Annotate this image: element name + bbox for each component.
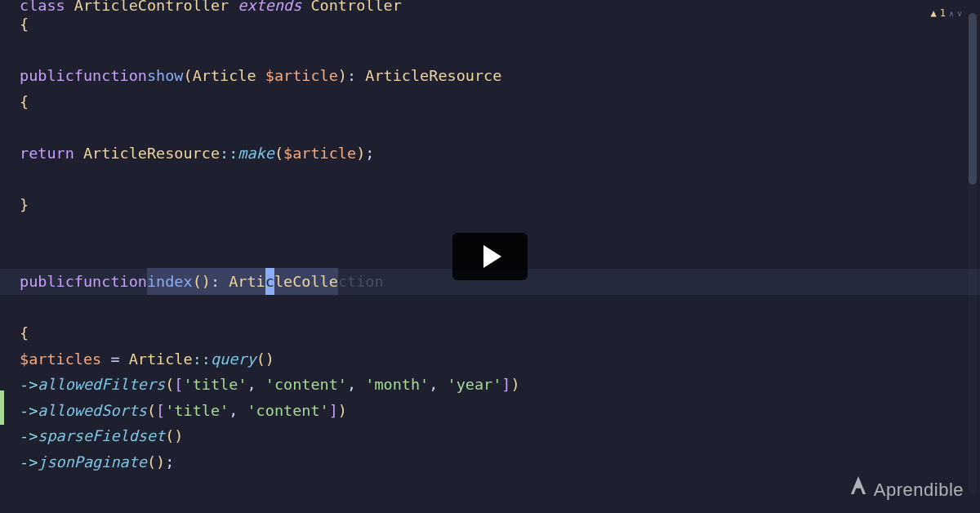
- string: 'title': [184, 372, 247, 397]
- scrollbar-thumb[interactable]: [969, 13, 977, 185]
- paren: ): [338, 398, 347, 423]
- paren: (: [147, 449, 156, 475]
- keyword-public: public: [20, 63, 74, 88]
- function-name-index: index: [147, 268, 193, 295]
- code-line-empty[interactable]: [20, 166, 980, 192]
- comma: ,: [229, 398, 247, 423]
- code-line[interactable]: {: [20, 89, 980, 115]
- string: 'title': [165, 398, 229, 423]
- bracket: [: [156, 398, 165, 423]
- code-line[interactable]: {: [20, 11, 980, 38]
- paren: ): [174, 423, 183, 448]
- brand-text: Aprendible: [874, 475, 964, 505]
- brace-close: }: [20, 192, 29, 217]
- code-line-empty[interactable]: [20, 114, 980, 141]
- semicolon: ;: [365, 141, 374, 166]
- paren: (: [274, 141, 283, 166]
- autocomplete-suggestion: ction: [338, 269, 384, 294]
- return-type-partial: leColle: [274, 268, 338, 295]
- param-var: $article: [265, 63, 338, 88]
- string: 'content': [247, 398, 328, 423]
- code-line[interactable]: ->allowedSorts(['title', 'content']): [20, 398, 980, 424]
- assign-op: =: [101, 346, 128, 372]
- vcs-change-marker: [0, 390, 4, 425]
- play-icon: [483, 245, 501, 268]
- code-line[interactable]: ->sparseFieldset(): [20, 423, 980, 449]
- paren: ): [338, 63, 347, 88]
- keyword-function: function: [74, 269, 147, 294]
- code-line[interactable]: public function show(Article $article): …: [20, 63, 980, 89]
- paren: (: [165, 423, 174, 448]
- parent-class: Controller: [310, 0, 401, 11]
- string: 'month': [365, 372, 429, 397]
- method-make: make: [238, 141, 274, 166]
- class-ref: ArticleResource: [83, 141, 220, 166]
- code-line[interactable]: ->allowedFilters(['title', 'content', 'm…: [20, 372, 980, 398]
- method-allowedsorts: allowedSorts: [38, 398, 147, 423]
- code-line-empty[interactable]: [20, 295, 980, 321]
- paren: ): [265, 346, 274, 372]
- warning-count: 1: [940, 5, 946, 21]
- nav-down-icon[interactable]: ∨: [957, 7, 962, 20]
- semicolon: ;: [165, 449, 174, 475]
- keyword-public: public: [20, 269, 74, 294]
- brand-icon: [849, 475, 867, 505]
- brace-open: {: [20, 320, 29, 346]
- brace-open: {: [20, 89, 29, 114]
- function-name-show: show: [147, 63, 184, 88]
- arrow-op: ->: [20, 449, 38, 475]
- comma: ,: [347, 372, 365, 397]
- comma: ,: [429, 372, 447, 397]
- code-line[interactable]: }: [20, 192, 980, 218]
- play-button[interactable]: [452, 233, 528, 280]
- model-class: Article: [129, 346, 193, 372]
- keyword-function: function: [74, 63, 147, 88]
- code-line[interactable]: $articles = Article::query(): [20, 346, 980, 372]
- method-allowedfilters: allowedFilters: [38, 372, 165, 397]
- method-sparsefieldset: sparseFieldset: [38, 423, 165, 448]
- scope-op: ::: [193, 346, 211, 372]
- bracket: ]: [501, 372, 510, 397]
- paren: (: [256, 346, 265, 372]
- warning-icon: ▲: [930, 5, 936, 21]
- param-type: Article: [193, 63, 265, 88]
- code-line[interactable]: {: [20, 320, 980, 346]
- var-articles: $articles: [20, 346, 101, 372]
- string: 'content': [265, 372, 347, 397]
- arrow-op: ->: [20, 423, 38, 448]
- string: 'year': [448, 372, 502, 397]
- scope-op: ::: [220, 141, 238, 166]
- paren: ): [156, 449, 165, 475]
- brand-logo: Aprendible: [849, 475, 964, 505]
- code-line[interactable]: class ArticleController extends Controll…: [20, 0, 980, 11]
- paren: (: [184, 63, 193, 88]
- code-line-empty[interactable]: [20, 38, 980, 64]
- keyword-extends: extends: [238, 0, 301, 11]
- bracket: ]: [329, 398, 338, 423]
- colon: :: [211, 268, 229, 295]
- paren: ): [202, 268, 211, 295]
- arrow-op: ->: [20, 398, 38, 423]
- code-line[interactable]: ->jsonPaginate();: [20, 449, 980, 475]
- warning-indicator[interactable]: ▲ 1 ∧ ∨: [930, 5, 962, 21]
- colon: :: [347, 63, 365, 88]
- code-line[interactable]: return ArticleResource::make($article);: [20, 141, 980, 167]
- keyword-return: return: [20, 141, 83, 166]
- return-type: ArticleResource: [365, 63, 501, 88]
- paren: ): [511, 372, 520, 397]
- method-jsonpaginate: jsonPaginate: [38, 449, 147, 475]
- class-name: ArticleController: [74, 0, 229, 11]
- arg-var: $article: [283, 141, 356, 166]
- brace-open: {: [20, 11, 29, 37]
- keyword-class: class: [20, 0, 65, 11]
- paren: (: [165, 372, 174, 397]
- return-type-partial: Arti: [229, 268, 265, 295]
- paren: (: [193, 268, 202, 295]
- comma: ,: [247, 372, 265, 397]
- paren: (: [147, 398, 156, 423]
- method-query: query: [211, 346, 256, 372]
- paren: ): [356, 141, 365, 166]
- text-cursor: c: [265, 268, 274, 295]
- arrow-op: ->: [20, 372, 38, 397]
- nav-up-icon[interactable]: ∧: [949, 7, 954, 20]
